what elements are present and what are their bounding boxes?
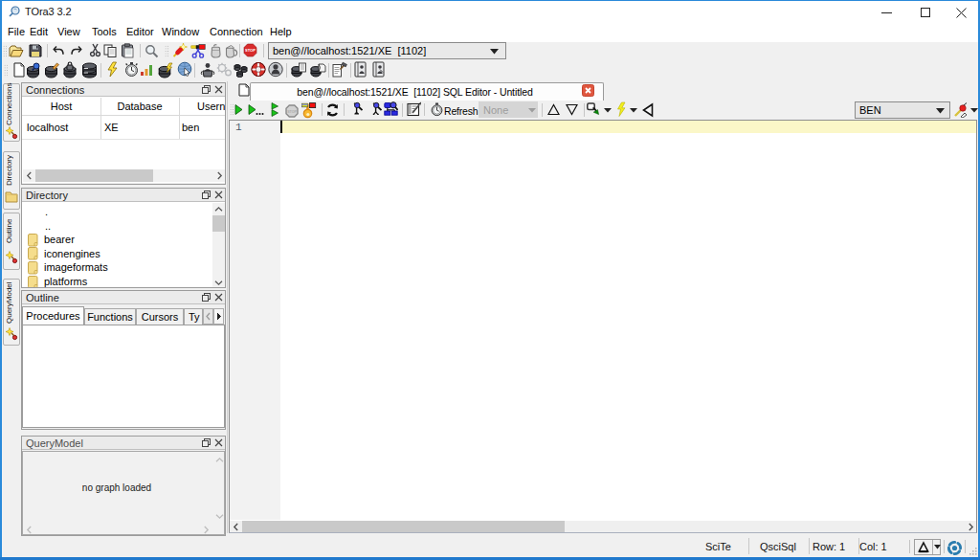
svg-text:STOP: STOP	[245, 48, 256, 53]
svg-text:STOP: STOP	[287, 110, 297, 114]
